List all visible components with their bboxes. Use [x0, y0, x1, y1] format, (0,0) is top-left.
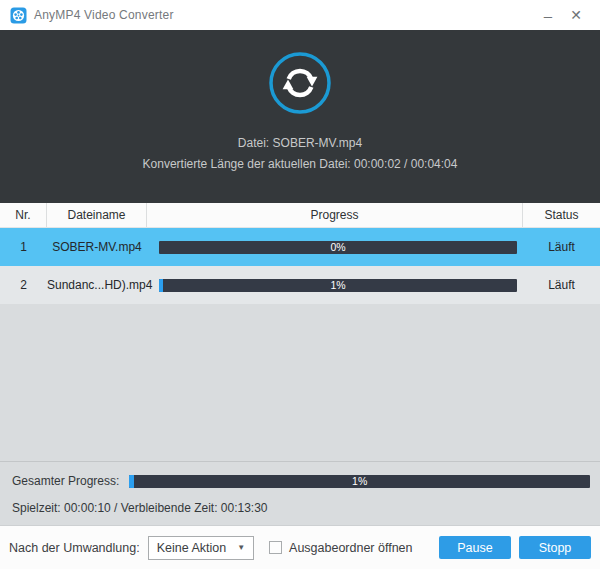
pause-button[interactable]: Pause [439, 536, 511, 559]
close-button[interactable]: ✕ [562, 3, 590, 27]
header-nr: Nr. [0, 203, 47, 227]
sync-progress-icon [268, 51, 332, 115]
header-filename: Dateiname [47, 203, 147, 227]
minimize-button[interactable]: – [534, 3, 562, 27]
current-file-label: Datei: SOBER-MV.mp4 [238, 136, 362, 150]
overall-progress-value: 1% [129, 475, 590, 488]
open-output-folder-label: Ausgabeordner öffnen [289, 541, 412, 555]
dropdown-selected-value: Keine Aktion [157, 541, 227, 555]
table-row[interactable]: 1 SOBER-MV.mp4 0% Läuft [0, 228, 600, 266]
row-number: 1 [0, 240, 47, 254]
app-logo-icon [10, 7, 27, 24]
row-progress-label: 0% [159, 241, 517, 254]
row-progress-label: 1% [159, 279, 517, 292]
close-icon: ✕ [570, 7, 582, 23]
titlebar: AnyMP4 Video Converter – ✕ [0, 0, 600, 30]
time-remaining-label: Spielzeit: 00:00:10 / Verbleibende Zeit:… [12, 501, 590, 515]
converting-panel: Datei: SOBER-MV.mp4 Konvertierte Länge d… [0, 30, 600, 203]
overall-progress-label: Gesamter Progress: [12, 474, 119, 488]
overall-progress-cell: 1% [129, 475, 590, 488]
minimize-icon: – [544, 7, 552, 24]
footer-toolbar: Nach der Umwandlung: Keine Aktion ▼ Ausg… [0, 525, 600, 569]
row-number: 2 [0, 278, 47, 292]
header-progress: Progress [147, 203, 523, 227]
chevron-down-icon: ▼ [237, 543, 245, 552]
after-conversion-dropdown[interactable]: Keine Aktion ▼ [148, 536, 254, 560]
row-filename: Sundanc...HD).mp4 [47, 278, 147, 292]
converted-length-label: Konvertierte Länge der aktuellen Datei: … [143, 157, 458, 171]
open-output-folder-checkbox[interactable] [269, 541, 282, 554]
stop-button[interactable]: Stopp [519, 536, 591, 559]
row-progress-bar: 1% [159, 279, 517, 292]
row-progress-cell: 1% [147, 279, 523, 292]
file-table-header: Nr. Dateiname Progress Status [0, 203, 600, 228]
header-status: Status [523, 203, 600, 227]
app-window: AnyMP4 Video Converter – ✕ Datei: SOBER-… [0, 0, 600, 569]
row-filename: SOBER-MV.mp4 [47, 240, 147, 254]
overall-progress-bar: 1% [129, 475, 590, 488]
overall-progress-section: Gesamter Progress: 1% Spielzeit: 00:00:1… [0, 461, 600, 525]
row-status: Läuft [523, 278, 600, 292]
table-empty-area [0, 304, 600, 461]
row-progress-bar: 0% [159, 241, 517, 254]
row-status: Läuft [523, 240, 600, 254]
after-conversion-label: Nach der Umwandlung: [9, 541, 140, 555]
window-title: AnyMP4 Video Converter [34, 8, 174, 22]
row-progress-cell: 0% [147, 241, 523, 254]
table-row[interactable]: 2 Sundanc...HD).mp4 1% Läuft [0, 266, 600, 304]
